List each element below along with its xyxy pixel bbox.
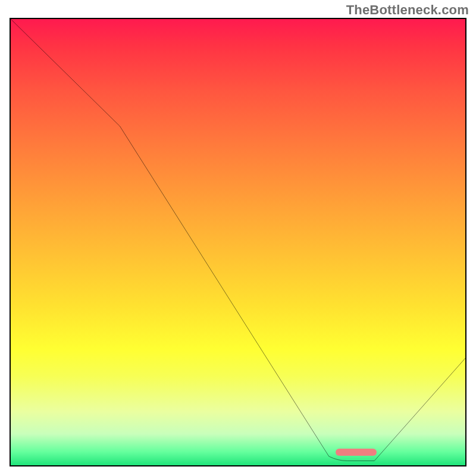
curve-svg: [11, 19, 465, 465]
chart-container: TheBottleneck.com: [0, 0, 476, 476]
optimal-range-marker: [336, 449, 377, 456]
watermark-text: TheBottleneck.com: [346, 2, 469, 18]
plot-area: [10, 18, 466, 466]
bottleneck-curve-path: [11, 19, 465, 461]
